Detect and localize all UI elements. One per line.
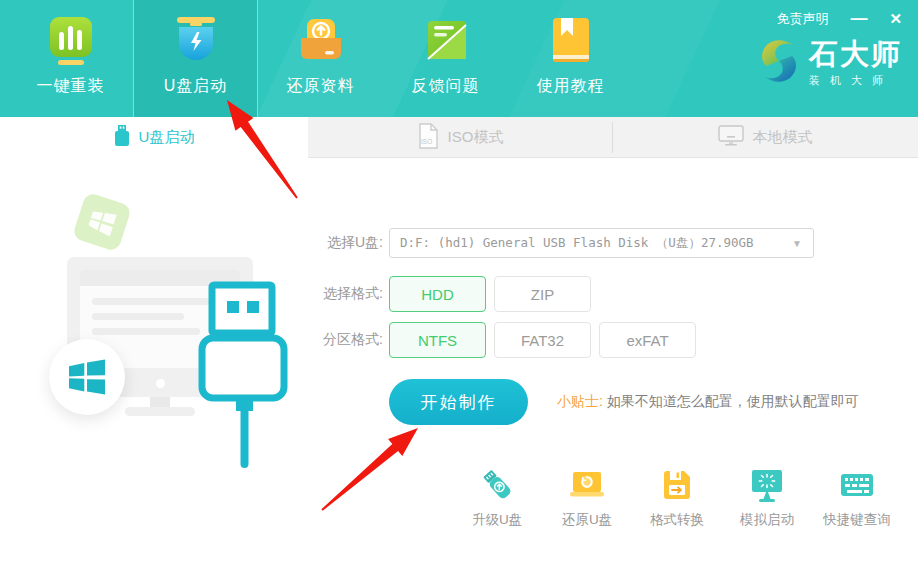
usb-shield-icon [170, 15, 222, 67]
partition-option-ntfs[interactable]: NTFS [389, 322, 486, 358]
start-row: 开始制作 小贴士: 如果不知道怎么配置，使用默认配置即可 [317, 379, 859, 425]
close-icon[interactable]: ✕ [889, 11, 902, 27]
restore-usb-icon [568, 466, 606, 504]
nav-item-tutorial[interactable]: 使用教程 [508, 0, 633, 117]
partition-row: 分区格式: NTFS FAT32 exFAT [317, 322, 696, 358]
restore-data-icon [295, 15, 347, 67]
windows-tile-icon [72, 192, 132, 252]
usb-illustration [0, 158, 345, 579]
nav-label: U盘启动 [164, 76, 228, 97]
usb-select-row: 选择U盘: D:F: (hd1) General USB Flash Disk … [317, 228, 814, 258]
nav-label: 反馈问题 [412, 76, 480, 97]
tool-label: 模拟启动 [740, 511, 794, 529]
tab-iso-mode[interactable]: ISO ISO模式 [308, 117, 612, 158]
tool-upgrade-usb[interactable]: 升级U盘 [452, 466, 542, 529]
iso-file-icon: ISO [417, 123, 439, 152]
brand-logo: 石大师 装机大师 [757, 37, 902, 89]
usb-drive-value: D:F: (hd1) General USB Flash Disk （U盘）27… [390, 235, 754, 252]
nav-label: 使用教程 [537, 76, 605, 97]
partition-option-exfat[interactable]: exFAT [599, 322, 696, 358]
hotkey-lookup-icon [838, 466, 876, 504]
format-option-zip[interactable]: ZIP [494, 276, 591, 312]
tip-message: 小贴士: 如果不知道怎么配置，使用默认配置即可 [557, 393, 859, 411]
tool-restore-usb[interactable]: 还原U盘 [542, 466, 632, 529]
upgrade-usb-icon [478, 466, 516, 504]
format-convert-icon [658, 466, 696, 504]
tool-label: 升级U盘 [472, 511, 522, 529]
tab-local-mode[interactable]: 本地模式 [612, 117, 918, 158]
tool-label: 还原U盘 [562, 511, 612, 529]
tool-label: 快捷键查询 [823, 511, 891, 529]
feedback-envelope-icon [420, 15, 472, 67]
start-make-button[interactable]: 开始制作 [389, 379, 528, 425]
usb-plug-graphic [195, 280, 295, 474]
format-label: 选择格式: [317, 285, 383, 303]
tab-label: U盘启动 [139, 128, 195, 147]
header-bar: 一键重装 U盘启动 [0, 0, 918, 117]
brand-subtitle: 装机大师 [809, 73, 902, 88]
bottom-toolbar: 升级U盘 还原U盘 [452, 466, 904, 529]
brand-logo-icon [757, 37, 801, 89]
brand-name: 石大师 [809, 39, 902, 69]
tool-hotkey-lookup[interactable]: 快捷键查询 [812, 466, 902, 529]
tab-label: 本地模式 [753, 128, 813, 147]
format-row: 选择格式: HDD ZIP [317, 276, 591, 312]
titlebar-actions: 免责声明 — ✕ [776, 10, 902, 28]
monitor-base [125, 407, 195, 416]
app-window: 一键重装 U盘启动 [0, 0, 918, 579]
nav-item-reinstall[interactable]: 一键重装 [8, 0, 133, 117]
minimize-icon[interactable]: — [850, 11, 867, 27]
tool-label: 格式转换 [650, 511, 704, 529]
nav-item-usb-boot[interactable]: U盘启动 [133, 0, 258, 117]
usb-drive-select[interactable]: D:F: (hd1) General USB Flash Disk （U盘）27… [389, 228, 814, 258]
format-option-hdd[interactable]: HDD [389, 276, 486, 312]
usb-select-label: 选择U盘: [317, 234, 383, 252]
tool-format-convert[interactable]: 格式转换 [632, 466, 722, 529]
nav-label: 一键重装 [37, 76, 105, 97]
monitor-icon [718, 125, 744, 150]
mode-tabbar: U盘启动 ISO ISO模式 本地模式 [0, 117, 918, 158]
nav-item-restore-data[interactable]: 还原资料 [258, 0, 383, 117]
tool-simulate-boot[interactable]: 模拟启动 [722, 466, 812, 529]
nav-label: 还原资料 [287, 76, 355, 97]
svg-text:ISO: ISO [421, 138, 432, 145]
tip-text: 如果不知道怎么配置，使用默认配置即可 [607, 393, 859, 409]
nav-item-feedback[interactable]: 反馈问题 [383, 0, 508, 117]
partition-option-fat32[interactable]: FAT32 [494, 322, 591, 358]
windows-logo-badge [49, 339, 125, 415]
partition-label: 分区格式: [317, 331, 383, 349]
tab-label: ISO模式 [448, 128, 504, 147]
tip-prefix: 小贴士: [557, 393, 603, 409]
tutorial-book-icon [545, 15, 597, 67]
tab-divider [612, 122, 613, 153]
chevron-down-icon[interactable]: ▼ [792, 238, 802, 249]
disclaimer-link[interactable]: 免责声明 [776, 10, 828, 28]
main-nav: 一键重装 U盘启动 [8, 0, 633, 117]
chart-bars-icon [45, 15, 97, 67]
simulate-boot-icon [748, 466, 786, 504]
usb-stick-icon [114, 125, 130, 150]
tab-usb-boot[interactable]: U盘启动 [0, 117, 308, 158]
